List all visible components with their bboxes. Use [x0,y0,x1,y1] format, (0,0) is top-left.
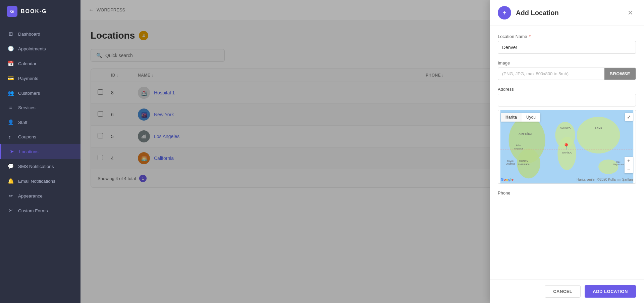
sidebar-label-dashboard: Dashboard [18,32,40,37]
map-expand-button[interactable]: ⤢ [625,113,633,121]
image-label: Image [498,60,636,66]
sidebar-label-appearance: Appearance [18,193,43,199]
svg-text:Büyük: Büyük [507,160,514,163]
svg-text:AFRİKA: AFRİKA [562,151,572,154]
sidebar-item-appointments[interactable]: 🕐 Appointments [0,41,80,56]
sidebar-item-appearance[interactable]: ✏ Appearance [0,188,80,203]
sidebar-label-email: Email Notifications [18,179,55,184]
email-icon: 🔔 [7,178,14,184]
add-location-button[interactable]: ADD LOCATION [585,285,636,298]
svg-text:GÜNEY: GÜNEY [519,160,529,163]
sidebar-item-payments[interactable]: 💳 Payments [0,71,80,86]
required-indicator: * [529,34,531,39]
add-location-modal: + Add Location ✕ Location Name * Image (… [490,0,644,303]
sidebar-label-coupons: Coupons [18,134,36,139]
sms-icon: 💬 [7,163,14,169]
payments-icon: 💳 [7,75,14,81]
staff-icon: 👤 [7,119,14,125]
map-tab-harita[interactable]: Harita [501,113,522,122]
location-name-label: Location Name * [498,34,636,39]
location-name-input[interactable] [498,41,636,54]
map-zoom-controls: + − [625,157,633,173]
sidebar-item-services[interactable]: ≡ Services [0,100,80,115]
cancel-button[interactable]: CANCEL [545,285,581,298]
svg-text:AVRUPA: AVRUPA [560,126,571,129]
sidebar-label-sms: SMS Notifications [18,164,54,169]
modal-header: + Add Location ✕ [490,0,644,26]
modal-body: Location Name * Image (PNG, JPG, max 800… [490,26,644,279]
address-input[interactable] [498,94,636,106]
modal-footer: CANCEL ADD LOCATION [490,279,644,303]
customers-icon: 👥 [7,90,14,96]
modal-header-icon: + [498,6,511,19]
sidebar-item-calendar[interactable]: 📅 Calendar [0,56,80,71]
svg-text:AMERİKA: AMERİKA [519,132,532,136]
svg-text:Okyanus: Okyanus [506,163,515,165]
svg-text:📍: 📍 [562,143,570,150]
map-tab-uydu[interactable]: Uydu [522,113,540,122]
svg-text:Okyanus: Okyanus [514,147,524,150]
svg-point-14 [598,160,618,174]
svg-point-13 [577,117,620,154]
sidebar-label-staff: Staff [18,120,28,125]
sidebar-item-email[interactable]: 🔔 Email Notifications [0,174,80,188]
sidebar-item-sms[interactable]: 💬 SMS Notifications [0,159,80,174]
address-label: Address [498,87,636,92]
logo-icon: G [7,6,17,17]
locations-icon: ➤ [8,148,15,155]
google-maps-logo: Google [501,177,514,181]
sidebar-label-payments: Payments [18,76,38,81]
appointments-icon: 🕐 [7,46,14,52]
svg-text:ASYA: ASYA [595,127,602,130]
browse-button[interactable]: BROWSE [604,68,636,80]
address-group: Address [498,87,636,184]
sidebar-label-services: Services [18,105,36,110]
customforms-icon: ✂ [7,208,14,214]
services-icon: ≡ [7,105,14,111]
sidebar-label-calendar: Calendar [18,61,37,66]
zoom-in-button[interactable]: + [625,157,633,165]
zoom-out-button[interactable]: − [625,165,633,173]
map-tabs: Harita Uydu [501,113,540,122]
sidebar-item-customforms[interactable]: ✂ Custom Forms [0,203,80,218]
close-modal-button[interactable]: ✕ [625,7,636,18]
sidebar-item-coupons[interactable]: 🏷 Coupons [0,130,80,144]
sidebar-item-locations[interactable]: ➤ Locations [0,144,80,159]
image-group: Image (PNG, JPG, max 800x800 to 5mb) BRO… [498,60,636,80]
image-upload-area: (PNG, JPG, max 800x800 to 5mb) BROWSE [498,68,636,80]
dashboard-icon: ⊞ [7,31,14,37]
location-name-group: Location Name * [498,34,636,54]
sidebar-label-locations: Locations [19,149,39,154]
sidebar-label-appointments: Appointments [18,46,46,51]
sidebar: G BOOK-G ⊞ Dashboard 🕐 Appointments 📅 Ca… [0,0,80,303]
modal-title: Add Location [516,9,625,17]
sidebar-label-customers: Customers [18,91,40,96]
sidebar-item-staff[interactable]: 👤 Staff [0,115,80,130]
calendar-icon: 📅 [7,60,14,67]
phone-group: Phone [498,190,636,196]
coupons-icon: 🏷 [7,134,14,140]
sidebar-item-dashboard[interactable]: ⊞ Dashboard [0,27,80,41]
svg-text:Okyanusu: Okyanusu [613,163,624,166]
plus-icon: + [502,9,506,17]
sidebar-nav: ⊞ Dashboard 🕐 Appointments 📅 Calendar 💳 … [0,23,80,303]
svg-text:Hint: Hint [616,161,620,163]
svg-text:AMERİKA: AMERİKA [518,163,530,166]
map-copyright: Harita verileri ©2020 Kullanım Şartları [577,178,633,181]
sidebar-item-customers[interactable]: 👥 Customers [0,86,80,100]
image-placeholder: (PNG, JPG, max 800x800 to 5mb) [498,68,604,80]
map-container: AMERİKA GÜNEY AMERİKA AVRUPA AFRİKA ASYA… [498,110,636,184]
app-name: BOOK-G [21,8,47,14]
svg-text:Atlas: Atlas [516,144,522,146]
sidebar-label-customforms: Custom Forms [18,208,48,213]
sidebar-logo: G BOOK-G [0,0,80,23]
phone-label: Phone [498,190,636,196]
appearance-icon: ✏ [7,193,14,199]
